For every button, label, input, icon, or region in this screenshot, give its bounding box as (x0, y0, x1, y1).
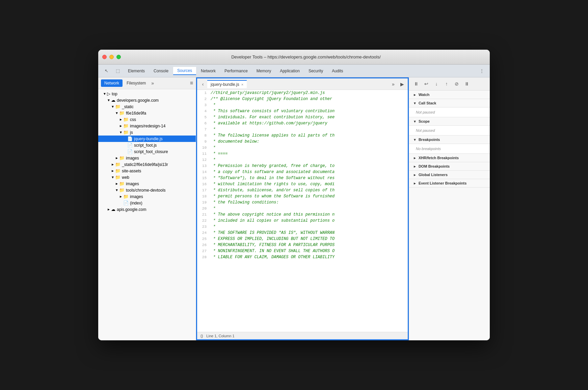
line-text: * (209, 224, 215, 230)
tree-label-web: web (122, 175, 129, 180)
more-sidebar-tabs-icon[interactable]: » (151, 80, 154, 86)
tab-console[interactable]: Console (150, 67, 172, 75)
tree-item-apis[interactable]: ► ☁ apis.google.com (98, 206, 196, 213)
section-event-listener[interactable]: ► Event Listener Breakpoints (409, 179, 490, 188)
tree-item-tools-images[interactable]: ► 📁 images (98, 193, 196, 200)
tab-performance[interactable]: Performance (220, 67, 252, 75)
file-icon-script-closure: 📄 (127, 149, 133, 154)
editor-prev-tab-icon[interactable]: ‹ (198, 80, 207, 89)
tree-item-web-images[interactable]: ► 📁 images (98, 180, 196, 187)
tree-item-top[interactable]: ▼ ▷ top (98, 91, 196, 97)
step-out-icon[interactable]: ↑ (442, 79, 451, 88)
section-content-breakpoints: No breakpoints (409, 144, 490, 154)
sidebar-tab-filesystem[interactable]: Filesystem (123, 79, 149, 87)
tab-memory[interactable]: Memory (252, 67, 275, 75)
deactivate-breakpoints-icon[interactable]: ⊘ (452, 79, 461, 88)
code-line: 4 * This software consists of voluntary … (197, 108, 408, 114)
step-into-icon[interactable]: ↓ (432, 79, 441, 88)
tree-item-hash[interactable]: ▼ 📁 f6e16de9fa (98, 110, 196, 116)
code-line: 21 * The above copyright notice and this… (197, 212, 408, 218)
editor-more-tabs-icon[interactable]: » (389, 80, 398, 89)
code-line: 16 * without limitation the rights to us… (197, 181, 408, 187)
code-line: 26 * MERCHANTABILITY, FITNESS FOR A PART… (197, 242, 408, 248)
tree-item-developers[interactable]: ▼ ☁ developers.google.com (98, 97, 196, 103)
tree-label-script-closure: script_foot_closure (134, 149, 168, 154)
folder-icon-web-images: 📁 (119, 181, 125, 186)
window-title: Developer Tools – https://developers.goo… (126, 54, 486, 59)
tree-label-static: _static (122, 104, 134, 109)
tree-arrow-web: ▼ (110, 175, 115, 179)
tree-arrow-apis: ► (106, 208, 111, 211)
tree-label-tools-images: images (130, 194, 143, 199)
maximize-button[interactable] (116, 55, 121, 59)
step-over-icon[interactable]: ↩ (422, 79, 431, 88)
code-line: 24 * THE SOFTWARE IS PROVIDED "AS IS", W… (197, 230, 408, 236)
line-number: 18 (197, 193, 209, 199)
tree-label-web-images: images (126, 181, 139, 186)
tree-arrow-images-static: ► (114, 156, 119, 160)
line-number: 3 (197, 102, 209, 108)
tree-item-js[interactable]: ▼ 📁 js (98, 129, 196, 136)
tree-item-web[interactable]: ▼ 📁 web (98, 174, 196, 180)
line-text: * The above copyright notice and this pe… (209, 212, 335, 218)
line-number: 17 (197, 187, 209, 193)
folder-icon-js: 📁 (123, 130, 129, 135)
sidebar-tab-network[interactable]: Network (101, 79, 123, 87)
tab-audits[interactable]: Audits (328, 67, 347, 75)
section-breakpoints[interactable]: ▼ Breakpoints (409, 136, 490, 144)
section-dom[interactable]: ► DOM Breakpoints (409, 162, 490, 171)
tree-item-jquery-bundle[interactable]: 📄 jquery-bundle.js (98, 136, 196, 142)
close-button[interactable] (102, 55, 107, 59)
editor-tab-close-icon[interactable]: × (241, 82, 243, 87)
section-label-breakpoints: Breakpoints (419, 138, 440, 142)
section-call-stack[interactable]: ▼ Call Stack (409, 99, 490, 107)
section-global[interactable]: ► Global Listeners (409, 171, 490, 179)
line-text: * included in all copies or substantial … (209, 218, 335, 224)
sidebar-menu-icon[interactable]: ≡ (190, 80, 193, 86)
right-sections: ► Watch ▼ Call Stack Not paused ▼ Scope … (409, 91, 490, 340)
tree-item-index[interactable]: 📄 (index) (98, 200, 196, 206)
code-line: 5 * individuals. For exact contribution … (197, 114, 408, 120)
section-xhr[interactable]: ► XHR/fetch Breakpoints (409, 154, 490, 162)
tree-arrow-site-assets: ► (110, 169, 115, 173)
tree-item-script-foot[interactable]: 📄 script_foot.js (98, 142, 196, 148)
tree-item-static2[interactable]: ► 📁 _static2/f6e16de9fa/jsi13r (98, 161, 196, 168)
editor-status-bar: {} Line 1, Column 1 (197, 332, 408, 339)
line-text: * the following conditions: (209, 199, 279, 205)
right-toolbar: ⏸ ↩ ↓ ↑ ⊘ ⏸ (409, 77, 490, 91)
pause-icon[interactable]: ⏸ (412, 79, 421, 88)
tab-network[interactable]: Network (197, 67, 220, 75)
minimize-button[interactable] (109, 55, 114, 59)
cursor-icon[interactable]: ↖ (101, 66, 112, 76)
inspect-icon[interactable]: ⬚ (112, 66, 123, 76)
folder-icon-hash: 📁 (119, 111, 125, 116)
tree-item-images-redesign[interactable]: ► 📁 images/redesign-14 (98, 123, 196, 129)
section-scope[interactable]: ▼ Scope (409, 117, 490, 126)
code-line: 27 * NONINFRINGEMENT. IN NO EVENT SHALL … (197, 248, 408, 254)
tree-item-site-assets[interactable]: ► 📁 site-assets (98, 168, 196, 174)
line-number: 16 (197, 181, 209, 187)
tab-security[interactable]: Security (304, 67, 327, 75)
section-watch[interactable]: ► Watch (409, 91, 490, 99)
tree-item-static[interactable]: ▼ 📁 _static (98, 103, 196, 110)
tree-item-script-foot-closure[interactable]: 📄 script_foot_closure (98, 148, 196, 155)
editor-tab-jquery[interactable]: jquery-bundle.js × (207, 80, 247, 88)
tree-item-tools[interactable]: ▼ 📁 tools/chrome-devtools (98, 187, 196, 193)
line-text: * (209, 126, 215, 132)
editor-run-icon[interactable]: ▶ (398, 80, 406, 89)
code-line: 25 * EXPRESS OR IMPLIED, INCLUDING BUT N… (197, 236, 408, 242)
code-line: 1//third_party/javascript/jquery2/jquery… (197, 90, 408, 96)
tab-application[interactable]: Application (276, 67, 304, 75)
tree-label-script-foot: script_foot.js (134, 143, 157, 148)
tree-arrow-hash: ▼ (114, 111, 119, 115)
tree-item-images-static[interactable]: ► 📁 images (98, 155, 196, 161)
more-tabs-icon[interactable]: ⋮ (476, 66, 487, 76)
tree-item-css[interactable]: ► 📁 css (98, 116, 196, 123)
tree-arrow-tools: ▼ (114, 188, 119, 192)
tree-arrow-developers: ▼ (106, 98, 111, 102)
code-editor[interactable]: 1//third_party/javascript/jquery2/jquery… (197, 90, 408, 332)
disable-pause-icon[interactable]: ⏸ (462, 79, 471, 88)
line-number: 11 (197, 151, 209, 157)
tab-elements[interactable]: Elements (124, 67, 149, 75)
tab-sources[interactable]: Sources (173, 67, 196, 75)
